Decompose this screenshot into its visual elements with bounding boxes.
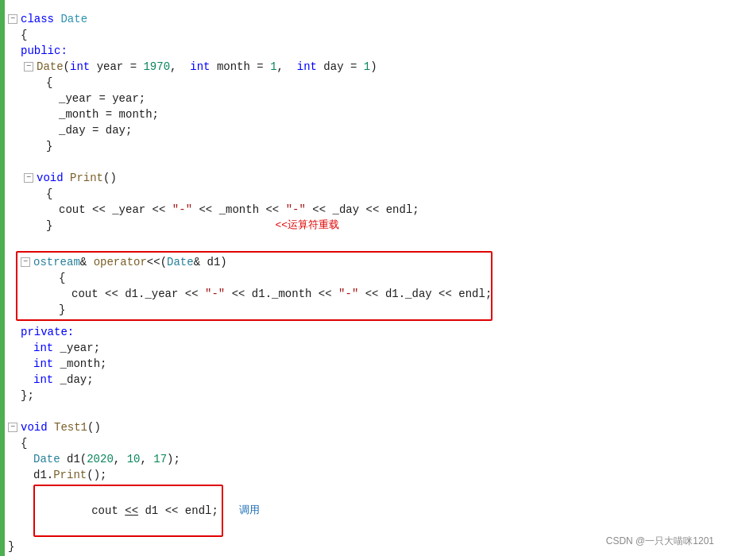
line-constructor-sig: − Date(int year = 1970, int month = 1, i… <box>24 59 730 75</box>
green-bar <box>0 0 5 556</box>
line-open-brace-print: { <box>46 186 730 202</box>
line-open-brace-class: { <box>21 27 730 43</box>
line-public: public: <box>21 43 730 59</box>
operator-highlight-box: − ostream& operator<<(Date& d1) { cout <… <box>16 251 492 321</box>
line-open-brace-op: { <box>59 270 485 286</box>
line-blank1 <box>8 154 730 170</box>
collapse-test1[interactable]: − <box>8 423 17 432</box>
line-cout-print: cout << _year << "-" << _month << "-" <<… <box>59 202 730 218</box>
line-print-call: d1.Print(); <box>33 467 730 483</box>
collapse-class[interactable]: − <box>8 14 17 24</box>
line-month-assign: _month = month; <box>59 106 730 122</box>
line-private: private: <box>21 324 730 340</box>
collapse-constructor[interactable]: − <box>24 62 33 71</box>
line-open-brace-test1: { <box>21 435 730 451</box>
code-area: − class Date { public: − Date(int year =… <box>8 8 730 554</box>
line-year-assign: _year = year; <box>59 91 730 106</box>
collapse-operator[interactable]: − <box>21 257 30 267</box>
line-blank3 <box>8 404 730 419</box>
collapse-print[interactable]: − <box>24 173 33 183</box>
line-blank2 <box>8 234 730 249</box>
line-cout-operator: cout << d1._year << "-" << d1._month << … <box>71 286 485 302</box>
operator-label: <<运算符重载 <box>275 218 339 234</box>
line-operator-sig: − ostream& operator<<(Date& d1) <box>21 254 485 270</box>
footer: CSDN @一只大喵咪1201 <box>606 535 714 548</box>
line-print-sig: − void Print() <box>24 170 730 186</box>
call-label: 调用 <box>239 503 260 519</box>
line-date-instance: Date d1(2020, 10, 17); <box>33 451 730 467</box>
line-close-brace-ctor: } <box>46 138 730 154</box>
line-close-class: }; <box>21 388 730 404</box>
code-container: − class Date { public: − Date(int year =… <box>0 0 730 556</box>
line-class-date: − class Date <box>8 11 730 27</box>
line-cout-call: cout << d1 << endl; 调用 <box>33 485 730 537</box>
cout-call-box: cout << d1 << endl; <box>33 485 223 537</box>
line-int-year: int _year; <box>33 340 730 356</box>
line-close-brace-op: } <box>59 302 485 318</box>
line-test1-sig: − void Test1() <box>8 419 730 435</box>
line-int-day: int _day; <box>33 372 730 388</box>
line-day-assign: _day = day; <box>59 122 730 138</box>
line-int-month: int _month; <box>33 356 730 372</box>
line-open-brace-ctor: { <box>46 75 730 91</box>
line-close-brace-print: } <<运算符重载 <box>46 218 730 234</box>
